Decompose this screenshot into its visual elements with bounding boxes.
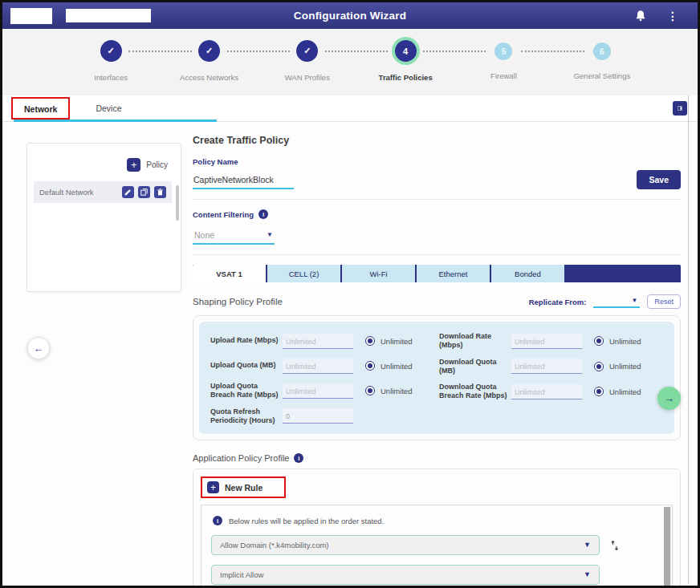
- logo-placeholder-small: [10, 8, 52, 24]
- radio-label: Unlimited: [609, 362, 641, 371]
- application-policy-title: Application Policy Profile: [193, 453, 289, 463]
- replicate-from-label: Replicate From:: [529, 298, 587, 306]
- radio-label: Unlimited: [381, 362, 413, 371]
- quota-refresh-input[interactable]: [283, 408, 353, 424]
- wan-tab-cell[interactable]: CELL (2): [267, 265, 342, 282]
- shaping-title: Shaping Policy Profile: [193, 297, 283, 306]
- caret-down-icon: ▼: [632, 298, 638, 304]
- rules-info-text: Below rules will be applied in the order…: [229, 517, 384, 525]
- download-rate-input[interactable]: [511, 334, 582, 349]
- add-policy-button[interactable]: + Policy: [34, 148, 174, 181]
- plus-icon: +: [207, 481, 219, 493]
- collapse-panel-button[interactable]: [673, 101, 687, 116]
- step-label: Firewall: [490, 71, 517, 80]
- rules-info-row: i Below rules will be applied in the ord…: [213, 516, 662, 525]
- logo-placeholder-wide: [66, 9, 151, 22]
- unlimited-radio[interactable]: [594, 387, 604, 396]
- field-download-quota: Download Quota (MB) Unlimited: [439, 358, 661, 376]
- rules-panel: i Below rules will be applied in the ord…: [201, 505, 673, 588]
- divider: [193, 199, 681, 200]
- page-title: Create Traffic Policy: [193, 135, 681, 146]
- rule-select-allow-domain[interactable]: Allow Domain (*.k4mobility.com) ▼: [211, 535, 600, 555]
- kebab-menu-icon[interactable]: ⋮: [667, 10, 678, 22]
- field-quota-refresh: Quota Refresh Periodicity (Hours): [210, 408, 433, 426]
- radio-label: Unlimited: [609, 337, 641, 346]
- reset-button[interactable]: Reset: [647, 294, 681, 309]
- step-wan-profiles[interactable]: ✓ WAN Profiles: [258, 40, 356, 95]
- wizard-next-button[interactable]: →: [657, 387, 681, 410]
- plus-icon: +: [127, 158, 140, 172]
- arrow-left-icon: ←: [34, 343, 44, 355]
- check-icon: ✓: [100, 40, 122, 62]
- upload-rate-input[interactable]: [283, 334, 353, 349]
- page-scrollbar[interactable]: [688, 95, 689, 584]
- save-button-top[interactable]: Save: [637, 170, 681, 189]
- step-firewall[interactable]: 5 Firewall: [454, 40, 552, 95]
- shaping-header: Shaping Policy Profile Replicate From: ▼…: [193, 294, 681, 309]
- field-label: Upload Quota (MB): [210, 361, 283, 370]
- upload-breach-rate-input[interactable]: [283, 383, 353, 399]
- step-traffic-policies[interactable]: 4 Traffic Policies: [356, 40, 454, 95]
- download-breach-rate-input[interactable]: [511, 384, 582, 399]
- wan-tab-bonded[interactable]: Bonded: [491, 265, 566, 282]
- traffic-policy-form: Create Traffic Policy Policy Name Save C…: [193, 122, 681, 588]
- wan-tab-wifi[interactable]: Wi-Fi: [342, 265, 417, 282]
- info-icon[interactable]: i: [258, 209, 268, 219]
- wan-tab-vsat1[interactable]: VSAT 1: [193, 265, 267, 282]
- network-tab-annotation-box: Network: [11, 97, 70, 120]
- delete-button[interactable]: [154, 186, 166, 198]
- content-filtering-label-row: Content Filtering i: [193, 209, 681, 219]
- policy-item-name: Default Network: [39, 188, 94, 197]
- reorder-icon[interactable]: [610, 540, 620, 551]
- unlimited-radio[interactable]: [365, 386, 375, 395]
- unlimited-radio[interactable]: [594, 362, 604, 371]
- step-access-networks[interactable]: ✓ Access Networks: [160, 40, 258, 95]
- upload-quota-input[interactable]: [283, 359, 353, 374]
- step-label: Access Networks: [180, 73, 238, 82]
- check-icon: ✓: [296, 40, 318, 62]
- copy-icon: [140, 189, 148, 196]
- content-filtering-select[interactable]: None ▼: [193, 226, 275, 245]
- shaping-card: Upload Rate (Mbps) Unlimited Upload Quot…: [193, 315, 681, 440]
- info-icon[interactable]: i: [294, 453, 303, 463]
- field-upload-quota: Upload Quota (MB) Unlimited: [210, 357, 433, 375]
- application-policy-header: Application Policy Profile i: [193, 453, 681, 463]
- field-label: Download Rate (Mbps): [439, 332, 511, 351]
- tab-network[interactable]: Network: [24, 104, 57, 114]
- wizard-back-button[interactable]: ←: [27, 337, 50, 359]
- list-item-default-network[interactable]: Default Network: [34, 181, 172, 203]
- rule-select-implicit-allow[interactable]: Implicit Allow ▼: [211, 565, 600, 585]
- rule-row-1: Allow Domain (*.k4mobility.com) ▼: [211, 535, 662, 555]
- field-download-breach-rate: Download Quota Breach Rate (Mbps) Unlimi…: [439, 383, 661, 401]
- unlimited-radio[interactable]: [365, 336, 375, 346]
- step-general-settings[interactable]: 6 General Settings: [553, 40, 651, 95]
- policy-list-card: + Policy Default Network: [26, 143, 181, 292]
- radio-label: Unlimited: [381, 387, 413, 395]
- field-download-rate: Download Rate (Mbps) Unlimited: [439, 332, 661, 351]
- notifications-bell-icon[interactable]: [635, 10, 646, 22]
- caret-down-icon: ▼: [584, 571, 591, 578]
- download-quota-input[interactable]: [511, 359, 582, 374]
- content-filtering-label: Content Filtering: [193, 210, 254, 219]
- replicate-from-select[interactable]: ▼: [593, 295, 640, 308]
- policy-name-input[interactable]: [193, 172, 294, 189]
- wan-tab-ethernet[interactable]: Ethernet: [417, 265, 491, 282]
- step-interfaces[interactable]: ✓ Interfaces: [62, 40, 160, 95]
- copy-button[interactable]: [138, 186, 150, 198]
- step-number: 4: [395, 40, 417, 62]
- edit-button[interactable]: [122, 186, 134, 198]
- tab-device[interactable]: Device: [96, 103, 121, 113]
- content-filtering-value: None: [194, 230, 214, 240]
- unlimited-radio[interactable]: [594, 336, 604, 346]
- rules-scrollbar-thumb[interactable]: [664, 507, 670, 588]
- add-policy-label: Policy: [146, 160, 168, 169]
- radio-label: Unlimited: [609, 387, 641, 396]
- rules-scrollbar-track: [665, 506, 671, 588]
- caret-down-icon: ▼: [267, 232, 273, 238]
- wizard-stepper: ✓ Interfaces ✓ Access Networks ✓ WAN Pro…: [2, 29, 698, 95]
- new-rule-button[interactable]: + New Rule: [207, 481, 262, 493]
- app-window: Configuration Wizard ⋮ ✓ Interfaces ✓ Ac…: [0, 0, 700, 588]
- edit-icon: [124, 189, 132, 196]
- unlimited-radio[interactable]: [365, 361, 375, 371]
- policy-list-scrollbar[interactable]: [176, 185, 179, 221]
